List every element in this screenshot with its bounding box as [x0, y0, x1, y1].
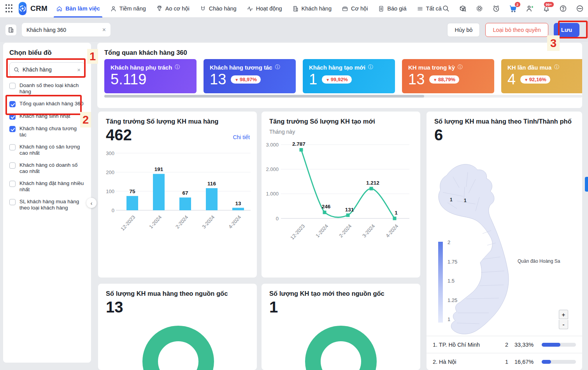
- bar-1-2024[interactable]: [153, 174, 165, 210]
- info-icon[interactable]: ⓘ: [368, 64, 373, 71]
- chart-option-label: Khách hàng chưa tương tác: [19, 126, 85, 138]
- line-point-4-2024[interactable]: [393, 216, 397, 220]
- app-grid-icon[interactable]: [5, 4, 12, 13]
- legend-tick: 2: [448, 239, 450, 245]
- bar-3-2024[interactable]: [206, 188, 218, 210]
- chart-search-input[interactable]: Khách hàng ×: [9, 62, 85, 77]
- kpi-scrollbar-thumb[interactable]: [104, 95, 424, 98]
- bar-4-2024[interactable]: [232, 208, 244, 210]
- reminder-button[interactable]: [492, 4, 500, 13]
- checkbox-checked[interactable]: [9, 126, 16, 132]
- help-button[interactable]: [559, 4, 567, 13]
- more-button[interactable]: [576, 4, 584, 13]
- chart-option-2[interactable]: Khách hàng sinh nhật: [9, 113, 85, 120]
- kpi-value: 5.119: [111, 72, 146, 88]
- svg-text:1: 1: [464, 198, 467, 203]
- dashboard-tab[interactable]: Khách hàng 360 ×: [22, 23, 111, 37]
- svg-text:4-2024: 4-2024: [227, 214, 242, 230]
- nav-item-8[interactable]: Tất cả: [417, 0, 442, 17]
- home-icon: [56, 5, 63, 12]
- province-value: 1: [499, 359, 514, 365]
- crm-logo-icon[interactable]: [19, 2, 26, 15]
- info-icon[interactable]: ⓘ: [175, 64, 180, 71]
- donut-chart-card-2: Số lượng KH tạo mới theo nguồn gốc 1: [262, 284, 420, 370]
- province-percent: 33,33%: [514, 342, 542, 348]
- info-icon[interactable]: ⓘ: [554, 64, 559, 71]
- nav-item-label: Báo giá: [387, 5, 406, 12]
- chart-option-label: Doanh số theo loại khách hàng: [19, 82, 85, 95]
- side-panel-toggle[interactable]: [585, 177, 588, 192]
- kpi-card-3[interactable]: KH mua trong kỳⓘ 1388,79%: [402, 59, 494, 93]
- svg-text:4-2024: 4-2024: [384, 223, 399, 239]
- add-user-button[interactable]: [525, 4, 534, 13]
- dashboard-icon[interactable]: [5, 24, 16, 35]
- bar-2-2024[interactable]: [179, 197, 191, 210]
- line-point-3-2024[interactable]: [370, 187, 373, 190]
- nav-item-3[interactable]: Chào hàng: [200, 0, 237, 17]
- nav-item-7[interactable]: Báo giá: [378, 0, 406, 17]
- checkbox-unchecked[interactable]: [9, 199, 16, 205]
- line-point-2-2024[interactable]: [346, 213, 350, 217]
- chart-option-0[interactable]: Doanh số theo loại khách hàng: [9, 82, 85, 95]
- kpi-scrollbar-track[interactable]: [104, 95, 582, 98]
- bar-12-2023[interactable]: [126, 196, 138, 210]
- map-zoom-in-button[interactable]: +: [559, 310, 568, 319]
- detail-link[interactable]: Chi tiết: [233, 134, 250, 140]
- dashboard-tab-label: Khách hàng 360: [26, 27, 66, 33]
- nav-item-2[interactable]: Ao cơ hội: [156, 0, 190, 17]
- chart-option-1[interactable]: Tổng quan khách hàng 360: [9, 101, 85, 107]
- checkbox-checked[interactable]: [9, 113, 16, 120]
- kpi-card-4[interactable]: KH lần đầu muaⓘ 492,16%: [501, 59, 582, 93]
- map-zoom-out-button[interactable]: -: [559, 320, 568, 329]
- search-button[interactable]: [442, 4, 450, 13]
- nav-item-0[interactable]: Bàn làm việc: [56, 0, 100, 17]
- chart-option-4[interactable]: Khách hàng có sản lượng cao nhất: [9, 144, 85, 156]
- search-icon: [14, 67, 19, 73]
- nav-item-5[interactable]: Khách hàng: [292, 0, 332, 17]
- building-icon: [292, 5, 299, 12]
- checkbox-unchecked[interactable]: [9, 144, 16, 150]
- line-point-1-2024[interactable]: [323, 211, 326, 214]
- chart-option-3[interactable]: Khách hàng chưa tương tác: [9, 126, 85, 138]
- save-button[interactable]: Lưu: [554, 23, 579, 37]
- checkbox-unchecked[interactable]: [9, 83, 16, 89]
- svg-text:3.000: 3.000: [266, 142, 279, 148]
- kpi-title: Khách hàng phụ trách: [111, 64, 172, 71]
- province-value: 2: [499, 342, 514, 348]
- kpi-card-1[interactable]: Khách hàng tương tácⓘ 1398,97%: [204, 59, 296, 93]
- ranking-row-1[interactable]: 2. Hà Nội 1 16,67%: [427, 353, 582, 370]
- map-chart-title: Số lượng KH mua hàng theo Tỉnh/Thành phố: [434, 118, 572, 125]
- chart-option-7[interactable]: SL khách hàng mua hàng theo loại khách h…: [9, 199, 85, 211]
- package-search-button[interactable]: [458, 4, 467, 13]
- notifications-button[interactable]: 99+: [542, 4, 551, 13]
- checkbox-unchecked[interactable]: [9, 181, 16, 187]
- help-icon: [559, 5, 567, 12]
- chart-option-6[interactable]: Khách hàng đặt hàng nhiều nhất: [9, 180, 85, 193]
- kpi-card-2[interactable]: Khách hàng tạo mớiⓘ 199,92%: [303, 59, 395, 93]
- nav-item-1[interactable]: Tiềm năng: [110, 0, 146, 17]
- sidebar-collapse-button[interactable]: ‹: [86, 198, 97, 208]
- kpi-delta-badge: 99,92%: [322, 75, 352, 84]
- line-point-12-2023[interactable]: [300, 148, 303, 152]
- chart-option-label: Khách hàng sinh nhật: [19, 113, 70, 120]
- ranking-row-0[interactable]: 1. TP. Hồ Chí Minh 2 33,33%: [427, 336, 582, 353]
- svg-text:12-2023: 12-2023: [289, 223, 306, 241]
- nav-item-6[interactable]: Cơ hội: [342, 0, 368, 17]
- remove-by-permission-button[interactable]: Loại bỏ theo quyền: [485, 23, 548, 37]
- info-icon[interactable]: ⓘ: [458, 64, 463, 71]
- checkbox-unchecked[interactable]: [9, 162, 16, 169]
- bar-chart-card: Tăng trưởng Số lượng KH mua hàng 462 Chi…: [98, 112, 257, 278]
- info-icon[interactable]: ⓘ: [275, 64, 280, 71]
- settings-button[interactable]: [475, 4, 484, 13]
- nav-item-4[interactable]: Hoạt động: [247, 0, 282, 17]
- cancel-button[interactable]: Hủy bỏ: [447, 23, 480, 37]
- clear-search-icon[interactable]: ×: [77, 66, 81, 73]
- cart-button[interactable]: 2: [509, 4, 517, 13]
- chart-option-5[interactable]: Khách hàng có doanh số cao nhất: [9, 162, 85, 175]
- svg-text:116: 116: [207, 181, 216, 187]
- svg-text:75: 75: [129, 188, 135, 194]
- kpi-card-0[interactable]: Khách hàng phụ tráchⓘ 5.119: [104, 59, 197, 93]
- checkbox-checked[interactable]: [9, 101, 16, 107]
- province-ranking-list: 1. TP. Hồ Chí Minh 2 33,33% 2. Hà Nội 1 …: [427, 336, 582, 370]
- close-tab-icon[interactable]: ×: [102, 26, 106, 33]
